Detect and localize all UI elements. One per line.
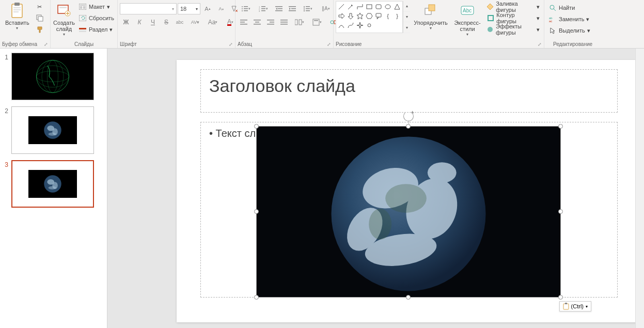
thumbnail-1[interactable]: 1 [2, 53, 105, 100]
resize-handle-sw[interactable] [254, 295, 259, 300]
thumbnail-preview[interactable] [11, 160, 94, 208]
decrease-indent-button[interactable] [273, 3, 285, 14]
ribbon: Вставить ▾ ✂ Буфер обмена⤢ Создать слайд… [0, 0, 644, 49]
replace-button[interactable]: abacЗаменить▾ [546, 13, 592, 25]
resize-handle-ne[interactable] [558, 124, 563, 129]
thumbnail-3[interactable]: 3 [2, 160, 105, 208]
shape-arc[interactable] [337, 21, 346, 30]
thumbnail-preview[interactable] [11, 53, 94, 100]
svg-rect-24 [261, 6, 265, 7]
drawing-dialog-launcher[interactable]: ⤢ [538, 42, 542, 47]
thumbnail-preview[interactable] [11, 106, 94, 154]
reset-button[interactable]: Сбросить [76, 12, 116, 24]
shape-line-arrow[interactable] [346, 2, 355, 11]
svg-rect-28 [261, 10, 265, 11]
svg-rect-12 [80, 6, 82, 9]
svg-rect-26 [261, 8, 265, 9]
vertical-scrollbar[interactable] [635, 49, 644, 328]
svg-point-82 [49, 133, 56, 136]
shape-line[interactable] [337, 2, 346, 11]
shadow-button[interactable]: abc [174, 17, 186, 28]
resize-handle-nw[interactable] [254, 124, 259, 129]
italic-button[interactable]: К [133, 17, 146, 28]
shape-4star[interactable] [355, 21, 365, 30]
shape-lbrace[interactable]: { [383, 11, 392, 21]
shape-star[interactable] [355, 11, 365, 21]
change-case-button[interactable]: Aa▾ [205, 17, 221, 28]
paragraph-dialog-launcher[interactable]: ⤢ [327, 42, 331, 47]
shapes-gallery[interactable]: { } [336, 1, 403, 33]
svg-rect-62 [376, 13, 381, 17]
shapes-scroll[interactable]: ▴▾▾ [403, 1, 410, 33]
underline-button[interactable]: Ч [147, 17, 159, 28]
slide-canvas[interactable]: Заголовок слайда Текст сл [177, 60, 642, 322]
shape-outline-button[interactable]: Контур фигуры▾ [484, 12, 542, 24]
shape-arrow-d[interactable] [346, 11, 355, 21]
increase-font-button[interactable]: A▴ [201, 3, 214, 14]
shape-callout[interactable] [374, 11, 383, 21]
resize-handle-w[interactable] [254, 209, 259, 214]
shape-triangle[interactable] [392, 2, 402, 11]
shape-fill-button[interactable]: Заливка фигуры▾ [484, 1, 542, 12]
svg-rect-20 [244, 8, 248, 9]
svg-point-74 [37, 60, 69, 93]
select-button[interactable]: Выделить▾ [546, 25, 592, 36]
svg-rect-60 [376, 5, 381, 9]
shape-connector[interactable] [355, 2, 365, 11]
title-placeholder[interactable]: Заголовок слайда [200, 69, 618, 113]
font-size-combo[interactable]: 18▾ [178, 3, 200, 14]
resize-handle-s[interactable] [406, 295, 411, 300]
thumbnail-panel[interactable]: 1 2 3 [0, 49, 107, 328]
resize-handle-e[interactable] [558, 209, 563, 214]
strike-button[interactable]: S [160, 17, 172, 28]
shape-sun[interactable] [365, 21, 374, 30]
shape-rect[interactable] [365, 2, 374, 11]
find-button[interactable]: Найти [546, 2, 592, 13]
quick-styles-icon: Abc [459, 2, 476, 19]
decrease-font-button[interactable]: A▾ [215, 3, 227, 14]
align-left-button[interactable] [238, 17, 250, 28]
svg-rect-30 [278, 8, 282, 9]
align-right-button[interactable] [264, 17, 277, 28]
arrange-button[interactable]: Упорядочить ▾ [411, 1, 450, 32]
paste-options-button[interactable]: (Ctrl) ▾ [559, 301, 591, 311]
columns-button[interactable]: ▾ [291, 17, 308, 28]
shape-arrow-r[interactable] [337, 11, 346, 21]
align-center-button[interactable] [251, 17, 263, 28]
shape-freeform[interactable] [346, 21, 355, 30]
resize-handle-se[interactable] [558, 295, 563, 300]
char-spacing-button[interactable]: AV▾ [187, 17, 203, 28]
shape-effects-button[interactable]: Эффекты фигуры▾ [484, 24, 542, 35]
resize-handle-n[interactable] [406, 124, 411, 129]
new-slide-button[interactable]: Создать слайд ▾ [53, 1, 75, 38]
numbering-button[interactable]: 123▾ [255, 3, 272, 14]
justify-button[interactable] [278, 17, 290, 28]
quick-styles-button[interactable]: Abc Экспресс-стили ▾ [451, 1, 483, 38]
paste-button[interactable]: Вставить ▾ [2, 1, 33, 32]
section-button[interactable]: Раздел▾ [76, 24, 116, 35]
svg-line-71 [554, 9, 556, 11]
bold-button[interactable]: Ж [120, 17, 132, 28]
bullets-button[interactable]: ▾ [238, 3, 254, 14]
font-name-combo[interactable]: ▾ [120, 3, 177, 14]
fill-icon [486, 3, 494, 11]
selected-image[interactable]: (Ctrl) ▾ [256, 126, 561, 298]
text-direction-button[interactable]: ‖A▾ [317, 3, 334, 14]
slide-editor[interactable]: Заголовок слайда Текст сл [107, 49, 644, 328]
layout-button[interactable]: Макет▾ [76, 1, 116, 12]
increase-indent-button[interactable] [286, 3, 299, 14]
rotate-handle[interactable] [403, 111, 414, 121]
line-spacing-button[interactable]: ▾ [300, 3, 316, 14]
svg-point-63 [368, 24, 371, 27]
format-painter-button[interactable] [34, 24, 46, 35]
shape-rbrace[interactable]: } [392, 11, 402, 21]
shape-hexagon[interactable] [365, 11, 374, 21]
font-dialog-launcher[interactable]: ⤢ [229, 42, 233, 47]
thumbnail-2[interactable]: 2 [2, 106, 105, 154]
copy-button[interactable] [34, 12, 46, 24]
clipboard-dialog-launcher[interactable]: ⤢ [44, 42, 48, 47]
shape-oval[interactable] [383, 2, 392, 11]
cut-button[interactable]: ✂ [34, 1, 46, 12]
shape-roundrect[interactable] [374, 2, 383, 11]
align-text-button[interactable]: ▾ [309, 17, 325, 28]
